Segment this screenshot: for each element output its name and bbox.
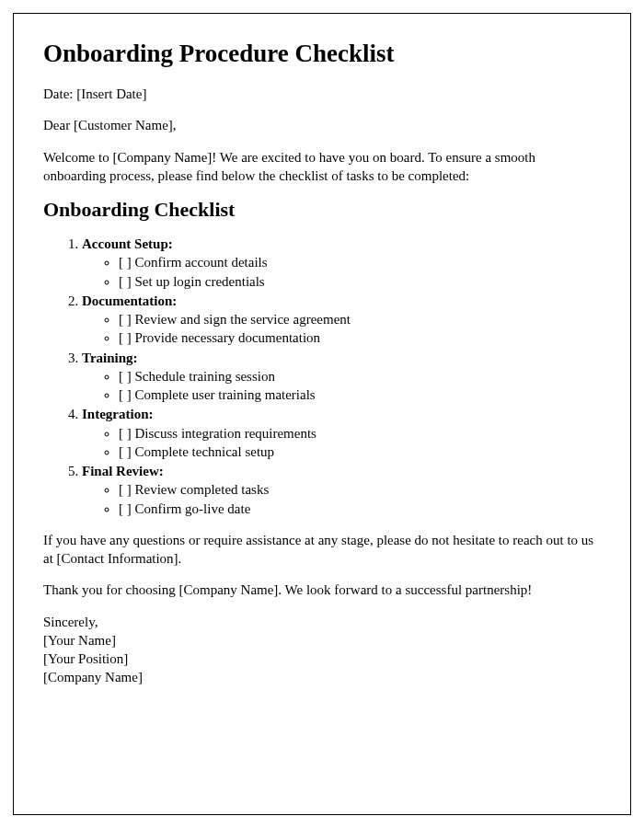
checklist-section: Final Review: [ ] Review completed tasks… — [82, 462, 601, 518]
checklist-section: Documentation: [ ] Review and sign the s… — [82, 292, 601, 348]
section-title: Final Review: — [82, 464, 164, 478]
section-items: [ ] Review completed tasks [ ] Confirm g… — [82, 480, 601, 518]
section-title: Training: — [82, 351, 138, 365]
page-title: Onboarding Procedure Checklist — [43, 40, 601, 68]
section-title: Integration: — [82, 407, 154, 421]
section-items: [ ] Discuss integration requirements [ ]… — [82, 424, 601, 462]
signature-block: Sincerely, [Your Name] [Your Position] [… — [43, 613, 601, 687]
checklist-item: [ ] Confirm account details — [119, 253, 601, 271]
checklist-section: Training: [ ] Schedule training session … — [82, 349, 601, 405]
checklist-item: [ ] Review completed tasks — [119, 480, 601, 499]
signature-closing: Sincerely, — [43, 613, 601, 631]
greeting-line: Dear [Customer Name], — [43, 116, 601, 134]
signature-name: [Your Name] — [43, 631, 601, 650]
date-line: Date: [Insert Date] — [43, 85, 601, 103]
checklist-item: [ ] Complete technical setup — [119, 443, 601, 461]
section-items: [ ] Review and sign the service agreemen… — [82, 310, 601, 348]
checklist-item: [ ] Confirm go-live date — [119, 500, 601, 518]
thanks-paragraph: Thank you for choosing [Company Name]. W… — [43, 581, 601, 599]
checklist-item: [ ] Provide necessary documentation — [119, 328, 601, 347]
signature-company: [Company Name] — [43, 668, 601, 686]
section-items: [ ] Schedule training session [ ] Comple… — [82, 367, 601, 405]
checklist-item: [ ] Discuss integration requirements — [119, 424, 601, 443]
checklist-ordered-list: Account Setup: [ ] Confirm account detai… — [43, 235, 601, 518]
checklist-item: [ ] Review and sign the service agreemen… — [119, 310, 601, 328]
assistance-paragraph: If you have any questions or require ass… — [43, 531, 601, 569]
signature-position: [Your Position] — [43, 650, 601, 668]
document-container: Onboarding Procedure Checklist Date: [In… — [13, 13, 631, 815]
section-items: [ ] Confirm account details [ ] Set up l… — [82, 253, 601, 291]
intro-paragraph: Welcome to [Company Name]! We are excite… — [43, 148, 601, 186]
section-title: Documentation: — [82, 293, 177, 308]
checklist-item: [ ] Schedule training session — [119, 367, 601, 385]
checklist-item: [ ] Set up login credentials — [119, 272, 601, 291]
checklist-heading: Onboarding Checklist — [43, 198, 601, 222]
checklist-item: [ ] Complete user training materials — [119, 385, 601, 404]
checklist-section: Account Setup: [ ] Confirm account detai… — [82, 235, 601, 291]
checklist-section: Integration: [ ] Discuss integration req… — [82, 405, 601, 461]
section-title: Account Setup: — [82, 236, 173, 251]
